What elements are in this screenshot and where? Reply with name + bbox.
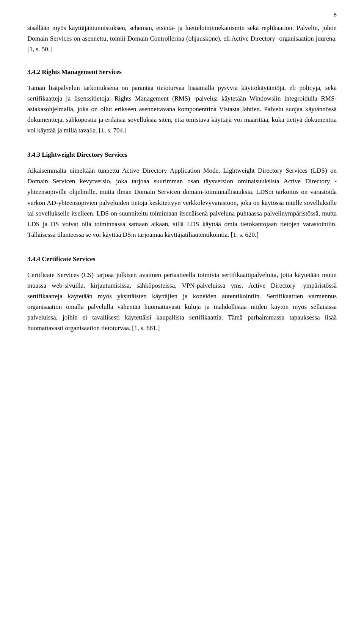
section-342-paragraph-0: Tämän lisäpalvelun tarkoituksena on para… (27, 83, 337, 136)
section-343-heading: 3.4.3 Lightweight Directory Services (27, 151, 337, 159)
section-342-heading: 3.4.2 Rights Management Services (27, 68, 337, 76)
section-342: 3.4.2 Rights Management Services Tämän l… (27, 68, 337, 136)
page: 8 sisällään myös käyttäjäntunnistuksen, … (0, 0, 364, 362)
section-343: 3.4.3 Lightweight Directory Services Aik… (27, 151, 337, 240)
page-number: 8 (334, 11, 337, 19)
section-344-heading: 3.4.4 Certificate Services (27, 255, 337, 263)
section-344-paragraph-0: Certificate Services (CS) tarjoaa julkis… (27, 270, 337, 334)
section-343-paragraph-0: Aikaisemmalta nimeltään tunnettu Active … (27, 165, 337, 240)
section-344: 3.4.4 Certificate Services Certificate S… (27, 255, 337, 334)
intro-paragraph: sisällään myös käyttäjäntunnistuksen, sc… (27, 23, 337, 55)
